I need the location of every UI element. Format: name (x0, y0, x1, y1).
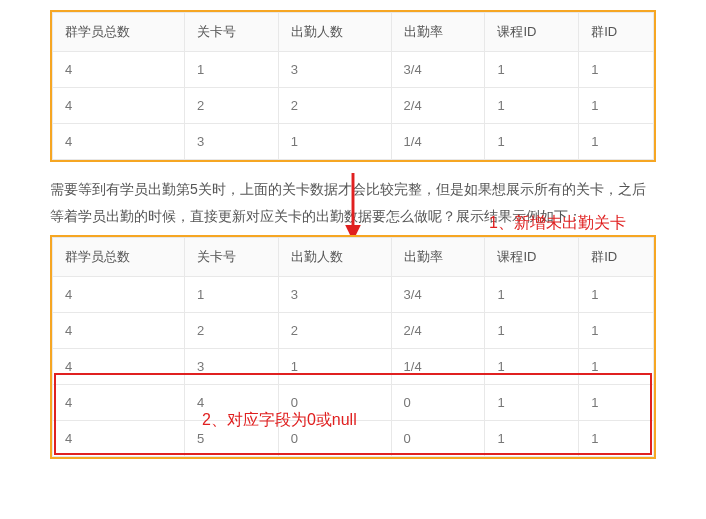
cell: 3 (184, 349, 278, 385)
cell: 2 (184, 88, 278, 124)
cell: 1 (579, 421, 654, 457)
cell: 0 (391, 385, 485, 421)
col-header: 群ID (579, 238, 654, 277)
col-header: 关卡号 (184, 238, 278, 277)
cell: 0 (391, 421, 485, 457)
cell: 2 (278, 313, 391, 349)
col-header: 课程ID (485, 238, 579, 277)
cell: 1 (579, 124, 654, 160)
col-header: 出勤人数 (278, 238, 391, 277)
annotation-zero-or-null: 2、对应字段为0或null (202, 410, 357, 431)
cell: 1 (485, 52, 579, 88)
cell: 1 (184, 52, 278, 88)
cell: 1 (485, 277, 579, 313)
col-header: 群ID (579, 13, 654, 52)
col-header: 出勤率 (391, 13, 485, 52)
cell: 3 (184, 124, 278, 160)
cell: 1 (579, 349, 654, 385)
cell: 4 (53, 277, 185, 313)
cell: 1 (485, 124, 579, 160)
cell: 1 (579, 385, 654, 421)
cell: 1 (579, 277, 654, 313)
cell: 1/4 (391, 349, 485, 385)
table2-container: 群学员总数 关卡号 出勤人数 出勤率 课程ID 群ID 4 1 3 3/4 1 … (50, 235, 656, 459)
table1-container: 群学员总数 关卡号 出勤人数 出勤率 课程ID 群ID 4 1 3 3/4 1 … (50, 10, 656, 162)
cell: 1 (485, 313, 579, 349)
cell: 1 (485, 88, 579, 124)
cell: 2/4 (391, 313, 485, 349)
table-row: 4 1 3 3/4 1 1 (53, 277, 654, 313)
col-header: 课程ID (485, 13, 579, 52)
cell: 3/4 (391, 52, 485, 88)
cell: 4 (53, 349, 185, 385)
table-header-row: 群学员总数 关卡号 出勤人数 出勤率 课程ID 群ID (53, 238, 654, 277)
cell: 1 (579, 88, 654, 124)
table-row: 4 2 2 2/4 1 1 (53, 88, 654, 124)
cell: 1 (278, 124, 391, 160)
cell: 1 (278, 349, 391, 385)
cell: 1 (579, 313, 654, 349)
table1: 群学员总数 关卡号 出勤人数 出勤率 课程ID 群ID 4 1 3 3/4 1 … (52, 12, 654, 160)
cell: 4 (53, 421, 185, 457)
table-row: 4 3 1 1/4 1 1 (53, 124, 654, 160)
table-row: 4 2 2 2/4 1 1 (53, 313, 654, 349)
col-header: 出勤率 (391, 238, 485, 277)
cell: 4 (53, 88, 185, 124)
cell: 4 (53, 385, 185, 421)
result-stage: 1、新增未出勤关卡 群学员总数 关卡号 出勤人数 出勤率 课程ID 群ID 4 … (50, 235, 656, 459)
cell: 3 (278, 52, 391, 88)
col-header: 群学员总数 (53, 13, 185, 52)
cell: 4 (53, 124, 185, 160)
cell: 3 (278, 277, 391, 313)
cell: 2 (184, 313, 278, 349)
cell: 2 (278, 88, 391, 124)
cell: 1 (485, 421, 579, 457)
table-header-row: 群学员总数 关卡号 出勤人数 出勤率 课程ID 群ID (53, 13, 654, 52)
cell: 2/4 (391, 88, 485, 124)
col-header: 关卡号 (184, 13, 278, 52)
cell: 1/4 (391, 124, 485, 160)
cell: 1 (485, 385, 579, 421)
table-row: 4 1 3 3/4 1 1 (53, 52, 654, 88)
annotation-new-levels: 1、新增未出勤关卡 (489, 213, 626, 234)
cell: 4 (53, 52, 185, 88)
table-row: 4 3 1 1/4 1 1 (53, 349, 654, 385)
col-header: 出勤人数 (278, 13, 391, 52)
cell: 1 (184, 277, 278, 313)
cell: 3/4 (391, 277, 485, 313)
cell: 1 (579, 52, 654, 88)
cell: 1 (485, 349, 579, 385)
col-header: 群学员总数 (53, 238, 185, 277)
cell: 4 (53, 313, 185, 349)
